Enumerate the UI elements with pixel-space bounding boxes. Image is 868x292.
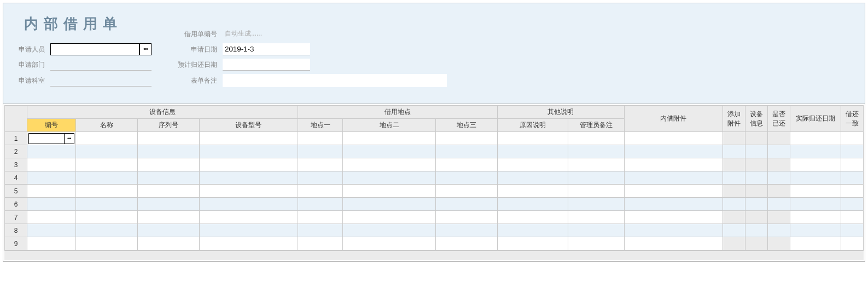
- cell[interactable]: [767, 211, 790, 224]
- cell[interactable]: [75, 158, 137, 171]
- table-row[interactable]: 5: [5, 185, 864, 198]
- col-admin-note[interactable]: 管理员备注: [568, 119, 624, 132]
- cell[interactable]: [498, 198, 568, 211]
- cell[interactable]: [27, 198, 75, 211]
- cell[interactable]: [841, 132, 863, 145]
- cell[interactable]: [790, 158, 841, 171]
- cell[interactable]: [723, 132, 745, 145]
- cell[interactable]: [723, 198, 745, 211]
- cell[interactable]: [199, 132, 298, 145]
- cell[interactable]: [27, 145, 75, 158]
- row-header[interactable]: 6: [5, 198, 27, 211]
- cell[interactable]: [436, 211, 498, 224]
- cell[interactable]: [745, 237, 767, 250]
- table-row[interactable]: 6: [5, 198, 864, 211]
- cell[interactable]: [723, 145, 745, 158]
- cell[interactable]: [498, 158, 568, 171]
- cell[interactable]: [137, 198, 199, 211]
- cell[interactable]: [137, 158, 199, 171]
- cell[interactable]: [498, 185, 568, 198]
- cell[interactable]: [498, 237, 568, 250]
- row-header[interactable]: 3: [5, 158, 27, 171]
- cell[interactable]: [436, 132, 498, 145]
- cell[interactable]: [498, 171, 568, 185]
- row-header[interactable]: 5: [5, 185, 27, 198]
- table-row[interactable]: 4: [5, 171, 864, 185]
- cell[interactable]: [723, 237, 745, 250]
- cell[interactable]: [841, 237, 863, 250]
- cell[interactable]: [199, 158, 298, 171]
- cell[interactable]: [298, 132, 342, 145]
- col-serial[interactable]: 序列号: [137, 119, 199, 132]
- cell[interactable]: [723, 185, 745, 198]
- cell-picker-button[interactable]: •••: [65, 133, 74, 144]
- cell[interactable]: [790, 237, 841, 250]
- cell[interactable]: [624, 158, 723, 171]
- row-header[interactable]: 7: [5, 211, 27, 224]
- cell[interactable]: [767, 224, 790, 237]
- cell[interactable]: [75, 237, 137, 250]
- cell[interactable]: [27, 211, 75, 224]
- cell[interactable]: [624, 198, 723, 211]
- cell[interactable]: [841, 145, 863, 158]
- cell[interactable]: [568, 145, 624, 158]
- cell[interactable]: [75, 211, 137, 224]
- table-row[interactable]: 8: [5, 224, 864, 237]
- row-header[interactable]: 4: [5, 171, 27, 185]
- cell[interactable]: [767, 132, 790, 145]
- cell[interactable]: [624, 224, 723, 237]
- cell[interactable]: [298, 211, 342, 224]
- cell[interactable]: [745, 145, 767, 158]
- cell[interactable]: [75, 198, 137, 211]
- cell[interactable]: [199, 224, 298, 237]
- cell[interactable]: [137, 211, 199, 224]
- cell[interactable]: [624, 171, 723, 185]
- cell[interactable]: [199, 211, 298, 224]
- cell[interactable]: [498, 132, 568, 145]
- cell[interactable]: [568, 237, 624, 250]
- cell[interactable]: [436, 237, 498, 250]
- cell[interactable]: [723, 224, 745, 237]
- cell[interactable]: [767, 158, 790, 171]
- cell[interactable]: [298, 158, 342, 171]
- cell[interactable]: [436, 145, 498, 158]
- cell[interactable]: [568, 185, 624, 198]
- cell[interactable]: [568, 198, 624, 211]
- office-input[interactable]: [50, 75, 152, 87]
- cell[interactable]: [75, 224, 137, 237]
- cell[interactable]: [723, 171, 745, 185]
- cell[interactable]: [841, 158, 863, 171]
- cell[interactable]: [790, 198, 841, 211]
- col-loc3[interactable]: 地点三: [436, 119, 498, 132]
- table-row[interactable]: 3: [5, 158, 864, 171]
- cell[interactable]: [298, 171, 342, 185]
- applicant-input[interactable]: [50, 43, 139, 55]
- cell[interactable]: [841, 211, 863, 224]
- cell[interactable]: [343, 224, 436, 237]
- cell[interactable]: [343, 237, 436, 250]
- cell[interactable]: [568, 224, 624, 237]
- cell-no-input[interactable]: [28, 133, 64, 144]
- cell[interactable]: [624, 237, 723, 250]
- cell[interactable]: [841, 224, 863, 237]
- cell[interactable]: [568, 211, 624, 224]
- cell[interactable]: [199, 185, 298, 198]
- cell[interactable]: [498, 224, 568, 237]
- cell[interactable]: [436, 171, 498, 185]
- cell[interactable]: [745, 185, 767, 198]
- cell[interactable]: [436, 158, 498, 171]
- cell[interactable]: [790, 132, 841, 145]
- col-name[interactable]: 名称: [75, 119, 137, 132]
- cell[interactable]: [75, 132, 137, 145]
- cell[interactable]: [298, 198, 342, 211]
- cell[interactable]: [790, 171, 841, 185]
- table-row[interactable]: 1•••: [5, 132, 864, 145]
- cell[interactable]: [436, 198, 498, 211]
- cell[interactable]: [27, 237, 75, 250]
- dept-input[interactable]: [50, 59, 152, 71]
- cell[interactable]: [767, 198, 790, 211]
- cell[interactable]: [75, 185, 137, 198]
- cell[interactable]: [624, 185, 723, 198]
- cell[interactable]: [298, 145, 342, 158]
- cell[interactable]: [841, 198, 863, 211]
